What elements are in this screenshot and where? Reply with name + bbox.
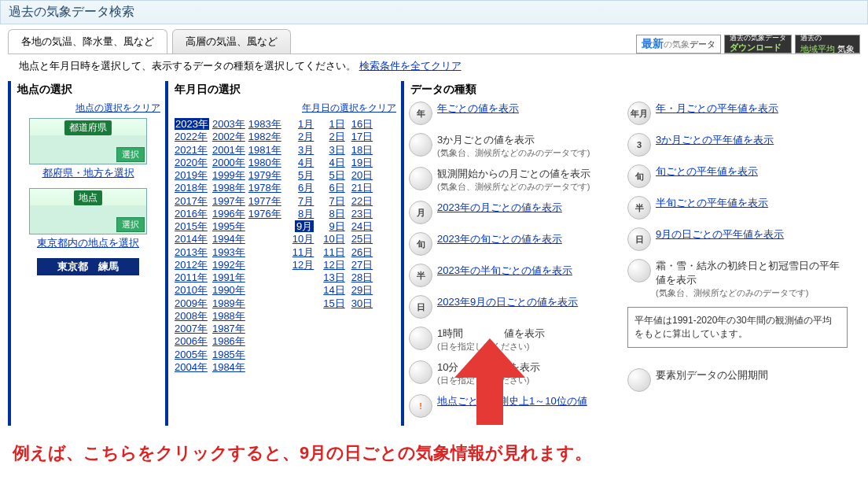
year-link[interactable]: 2004年 [175,361,209,374]
year-link[interactable]: 1986年 [212,335,245,348]
year-link[interactable]: 1999年 [212,169,245,182]
day-link[interactable]: 29日 [351,284,373,297]
year-link[interactable]: 2007年 [175,323,209,335]
year-link[interactable]: 1983年 [248,118,281,131]
tab-local[interactable]: 各地の気温、降水量、風など [8,29,167,54]
day-link[interactable]: 28日 [351,271,373,284]
datatype-item[interactable]: 旬2023年の旬ごとの値を表示 [409,232,613,256]
day-link[interactable]: 22日 [351,195,373,208]
year-link[interactable]: 2001年 [212,144,245,157]
year-link[interactable]: 2008年 [175,310,209,323]
datatype-label[interactable]: 年・月ごとの平年値を表示 [656,102,778,116]
point-select-link[interactable]: 東京都内の地点を選択 [37,237,139,249]
datatype-item[interactable]: 日2023年9月の日ごとの値を表示 [409,295,613,319]
banner-regional-avg[interactable]: 過去の 地域平均 気象 [795,35,860,54]
datatype-item[interactable]: 月2023年の月ごとの値を表示 [409,201,613,224]
datatype-label[interactable]: 2023年の半旬ごとの値を表示 [437,264,572,278]
banner-download[interactable]: 過去の気象データ ダウンロード [724,35,792,54]
day-link[interactable]: 19日 [351,157,373,169]
year-link[interactable]: 2002年 [212,131,245,143]
year-link[interactable]: 1982年 [248,131,281,143]
datatype-item[interactable]: 日9月の日ごとの平年値を表示 [627,227,848,251]
day-link[interactable]: 1日 [323,118,344,131]
year-link[interactable]: 1995年 [212,220,245,233]
month-link[interactable]: 4月 [292,157,314,169]
clear-all-link[interactable]: 検索条件を全てクリア [359,60,462,72]
day-link[interactable]: 11日 [323,246,344,259]
year-link[interactable]: 1991年 [212,271,245,284]
year-link[interactable]: 1978年 [248,182,281,194]
datatype-item[interactable]: 半半旬ごとの平年値を表示 [627,196,848,220]
datatype-label[interactable]: 2023年の旬ごとの値を表示 [437,232,562,246]
datatype-label[interactable]: 3か月ごとの平年値を表示 [656,133,774,147]
month-link[interactable]: 5月 [292,169,314,182]
month-link[interactable]: 3月 [292,144,314,157]
datatype-label[interactable]: 2023年9月の日ごとの値を表示 [437,295,578,309]
datatype-item[interactable]: 年月年・月ごとの平年値を表示 [627,102,848,125]
day-link[interactable]: 24日 [351,220,373,233]
month-link[interactable]: 2月 [292,131,314,143]
month-link[interactable]: 11月 [292,246,314,259]
pref-select-btn[interactable]: 選択 [116,147,145,162]
day-link[interactable]: 20日 [351,169,373,182]
banner-latest[interactable]: 最新 の気象 データ [636,35,721,54]
year-link[interactable]: 1985年 [212,349,245,361]
year-link[interactable]: 2013年 [175,246,209,259]
day-link[interactable]: 15日 [323,297,344,310]
day-link[interactable]: 12日 [323,259,344,271]
day-link[interactable]: 26日 [351,246,373,259]
month-link[interactable]: 6月 [292,182,314,194]
clear-ymd-link[interactable]: 年月日の選択をクリア [302,102,396,113]
year-link[interactable]: 2023年 [175,118,209,131]
year-link[interactable]: 1980年 [248,157,281,169]
year-link[interactable]: 2006年 [175,335,209,348]
day-link[interactable]: 30日 [351,297,373,310]
datatype-item[interactable]: 年年ごとの値を表示 [409,102,613,125]
year-link[interactable]: 1993年 [212,246,245,259]
year-link[interactable]: 2010年 [175,284,209,297]
point-select-box[interactable]: 地点 選択 [29,188,147,234]
day-link[interactable]: 10日 [323,233,344,246]
year-link[interactable]: 2014年 [175,233,209,246]
month-link[interactable]: 7月 [292,195,314,208]
year-link[interactable]: 2017年 [175,195,209,208]
datatype-item[interactable]: 33か月ごとの平年値を表示 [627,133,848,157]
year-link[interactable]: 2011年 [175,271,209,284]
year-link[interactable]: 2020年 [175,157,209,169]
day-link[interactable]: 6日 [323,182,344,194]
year-link[interactable]: 1979年 [248,169,281,182]
datatype-label[interactable]: 年ごとの値を表示 [437,102,519,116]
year-link[interactable]: 1997年 [212,195,245,208]
year-link[interactable]: 1977年 [248,195,281,208]
day-link[interactable]: 16日 [351,118,373,131]
year-link[interactable]: 2016年 [175,208,209,220]
month-link[interactable]: 8月 [292,208,314,220]
clear-location-link[interactable]: 地点の選択をクリア [75,102,160,113]
year-link[interactable]: 2018年 [175,182,209,194]
year-link[interactable]: 1992年 [212,259,245,271]
datatype-label[interactable]: 半旬ごとの平年値を表示 [656,196,768,210]
datatype-label[interactable]: 9月の日ごとの平年値を表示 [656,227,784,242]
day-link[interactable]: 7日 [323,195,344,208]
day-link[interactable]: 14日 [323,284,344,297]
datatype-label[interactable]: 旬ごとの平年値を表示 [656,164,758,179]
day-link[interactable]: 2日 [323,131,344,143]
year-link[interactable]: 1990年 [212,284,245,297]
year-link[interactable]: 1996年 [212,208,245,220]
datatype-item[interactable]: !地点ごとの観測史上1～10位の値 [409,394,613,418]
year-link[interactable]: 2015年 [175,220,209,233]
month-link[interactable]: 12月 [292,259,314,271]
day-link[interactable]: 8日 [323,208,344,220]
year-link[interactable]: 2019年 [175,169,209,182]
day-link[interactable]: 23日 [351,208,373,220]
year-link[interactable]: 2012年 [175,259,209,271]
year-link[interactable]: 1989年 [212,297,245,310]
day-link[interactable]: 9日 [323,220,344,233]
year-link[interactable]: 2009年 [175,297,209,310]
year-link[interactable]: 2005年 [175,349,209,361]
year-link[interactable]: 2022年 [175,131,209,143]
datatype-item[interactable]: 半2023年の半旬ごとの値を表示 [409,264,613,287]
day-link[interactable]: 13日 [323,271,344,284]
month-link[interactable]: 1月 [292,118,314,131]
year-link[interactable]: 1984年 [212,361,245,374]
